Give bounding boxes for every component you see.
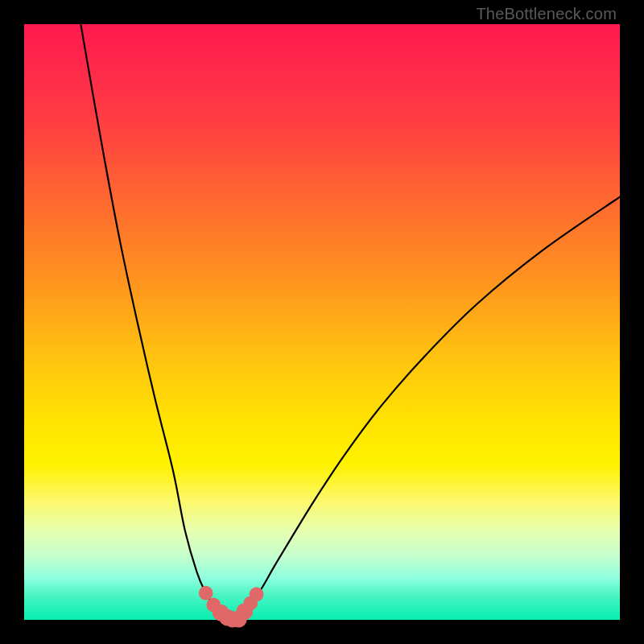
marker-point (250, 587, 264, 601)
watermark-text: TheBottleneck.com (476, 5, 617, 23)
chart-frame: TheBottleneck.com (0, 0, 644, 644)
plot-area (24, 24, 620, 620)
curve-svg (24, 24, 620, 620)
marker-point (199, 586, 213, 601)
left-curve (80, 24, 233, 620)
right-curve (233, 197, 620, 620)
markers-group (199, 586, 264, 628)
